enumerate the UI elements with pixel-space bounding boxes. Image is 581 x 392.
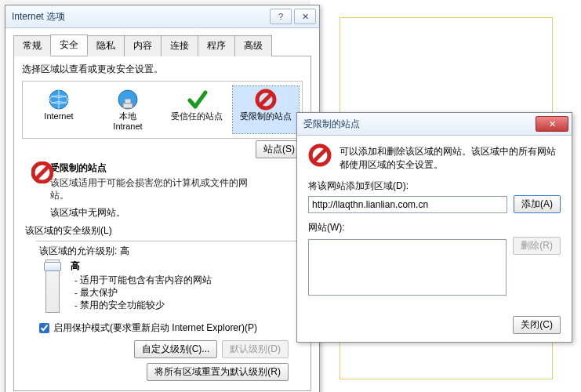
level-value: 高 [71, 260, 212, 273]
dialog-message-row: 可以添加和删除该区域的网站。该区域中的所有网站都使用区域的安全设置。 [308, 143, 561, 172]
security-slider[interactable] [45, 260, 60, 313]
sites-list-label: 网站(W): [308, 221, 561, 234]
divider [36, 241, 303, 241]
zone-icon [234, 88, 297, 111]
security-tab-pane: 选择区域以查看或更改安全设置。 Internet本地Intranet受信任的站点… [13, 56, 311, 391]
url-input[interactable] [308, 196, 507, 213]
titlebar: 受限制的站点 ✕ [297, 113, 572, 136]
level-bullet: 适用于可能包含有害内容的网站 [82, 274, 212, 286]
tab-隐私[interactable]: 隐私 [87, 35, 125, 56]
zone-1[interactable]: 本地Intranet [95, 86, 161, 133]
tab-常规[interactable]: 常规 [13, 35, 51, 56]
sites-listbox[interactable] [308, 239, 507, 296]
zone-label: 受限制的站点 [234, 111, 297, 122]
close-button[interactable]: ✕ [536, 116, 568, 132]
dialog-body: 可以添加和删除该区域的网站。该区域中的所有网站都使用区域的安全设置。 将该网站添… [297, 136, 572, 342]
remove-button: 删除(R) [513, 237, 561, 255]
zone-info: 受限制的站点 该区域适用于可能会损害您的计算机或文件的网站。 该区域中无网站。 [22, 162, 303, 220]
zone-2[interactable]: 受信任的站点 [164, 86, 230, 133]
restricted-icon [308, 143, 332, 172]
zone-icon [96, 88, 159, 111]
svg-line-6 [260, 94, 271, 105]
add-button[interactable]: 添加(A) [514, 195, 561, 213]
zone-label: 受信任的站点 [165, 111, 228, 122]
zone-heading: 受限制的站点 [50, 162, 303, 175]
zone-label: Internet [27, 111, 90, 122]
zone-icon [165, 88, 228, 111]
svg-rect-4 [125, 99, 131, 103]
zone-0[interactable]: Internet [26, 86, 92, 133]
zone-label: 本地Intranet [96, 111, 159, 132]
level-bullet: 禁用的安全功能较少 [82, 299, 212, 311]
svg-line-10 [314, 149, 326, 162]
zone-empty-text: 该区域中无网站。 [50, 206, 303, 220]
security-level-label: 该区域的安全级别(L) [25, 224, 303, 238]
level-details: 高 适用于可能包含有害内容的网站最大保护禁用的安全功能较少 [71, 260, 212, 312]
tab-strip: 常规安全隐私内容连接程序高级 [13, 34, 311, 56]
close-dialog-button[interactable]: 关闭(C) [513, 316, 561, 334]
slider-thumb[interactable] [44, 262, 61, 271]
titlebar: Internet 选项 ? ✕ [5, 5, 319, 28]
tab-高级[interactable]: 高级 [234, 35, 272, 56]
zone-3[interactable]: 受限制的站点 [233, 86, 299, 133]
dialog-message: 可以添加和删除该区域的网站。该区域中的所有网站都使用区域的安全设置。 [340, 143, 561, 172]
custom-level-button[interactable]: 自定义级别(C)... [134, 340, 218, 358]
protected-mode-checkbox[interactable] [39, 323, 49, 333]
tab-内容[interactable]: 内容 [124, 35, 162, 56]
protected-mode-row: 启用保护模式(要求重新启动 Internet Explorer)(P) [36, 321, 303, 336]
restricted-icon [31, 162, 53, 183]
reset-all-button[interactable]: 将所有区域重置为默认级别(R) [147, 363, 289, 381]
add-url-label: 将该网站添加到区域(D): [308, 180, 561, 193]
window-title: 受限制的站点 [303, 118, 533, 131]
zone-description: 该区域适用于可能会损害您的计算机或文件的网站。 [50, 176, 254, 201]
sites-button[interactable]: 站点(S) [256, 140, 303, 158]
zone-prompt: 选择区域以查看或更改安全设置。 [22, 63, 303, 76]
tab-连接[interactable]: 连接 [161, 35, 198, 56]
tab-程序[interactable]: 程序 [198, 35, 235, 56]
level-bullets: 适用于可能包含有害内容的网站最大保护禁用的安全功能较少 [71, 274, 212, 311]
protected-mode-label[interactable]: 启用保护模式(要求重新启动 Internet Explorer)(P) [53, 321, 257, 335]
restricted-sites-dialog: 受限制的站点 ✕ 可以添加和删除该区域的网站。该区域中的所有网站都使用区域的安全… [296, 112, 572, 343]
tab-安全[interactable]: 安全 [50, 34, 88, 56]
internet-options-window: Internet 选项 ? ✕ 常规安全隐私内容连接程序高级 选择区域以查看或更… [5, 5, 320, 392]
allowed-level: 该区域的允许级别: 高 [39, 245, 303, 258]
default-level-button: 默认级别(D) [222, 340, 289, 358]
svg-line-8 [36, 166, 49, 179]
window-title: Internet 选项 [12, 10, 267, 24]
window-body: 常规安全隐私内容连接程序高级 选择区域以查看或更改安全设置。 Internet本… [5, 28, 319, 392]
help-button[interactable]: ? [270, 9, 292, 24]
zone-selector: Internet本地Intranet受信任的站点受限制的站点 [22, 81, 303, 139]
close-button[interactable]: ✕ [294, 9, 316, 24]
level-slider-area: 高 适用于可能包含有害内容的网站最大保护禁用的安全功能较少 [45, 260, 303, 313]
zone-icon [27, 88, 90, 111]
level-bullet: 最大保护 [82, 287, 212, 299]
